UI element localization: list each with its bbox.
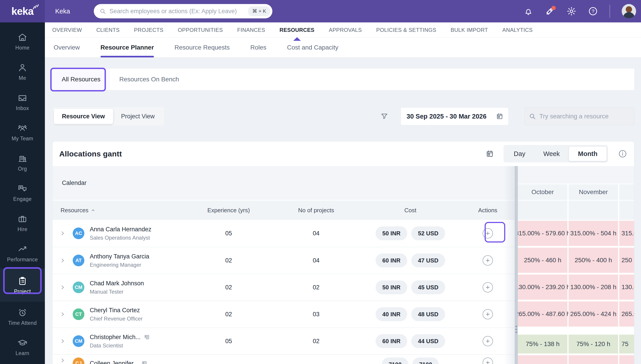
resource-role: Sales Operations Analyst: [90, 235, 151, 241]
allocation-cell[interactable]: 315.00% - 579.60 h: [518, 221, 567, 246]
sidebar-item-org[interactable]: Org: [0, 148, 45, 178]
cost-usd-pill: 52 USD: [411, 226, 445, 240]
allocation-cell[interactable]: 315.00% - 504 h: [568, 221, 618, 246]
scale-month-button[interactable]: Month: [569, 146, 607, 161]
tab-projects[interactable]: PROJECTS: [134, 22, 163, 38]
keka-logo[interactable]: keka: [0, 0, 45, 22]
resource-search[interactable]: [524, 107, 634, 125]
subtab-overview[interactable]: Overview: [54, 38, 80, 58]
settings-gear-icon[interactable]: [566, 6, 576, 16]
tab-policies-settings[interactable]: POLICIES & SETTINGS: [376, 22, 436, 38]
allocation-cell[interactable]: 75% - 138 h: [518, 335, 567, 354]
time-attend-icon: [17, 308, 28, 318]
add-allocation-button[interactable]: [483, 358, 493, 364]
whats-new-rocket-icon[interactable]: [545, 6, 555, 16]
resource-name[interactable]: Christopher Mich...: [90, 334, 141, 341]
search-icon: [100, 8, 106, 14]
project-view-button[interactable]: Project View: [113, 109, 163, 124]
pane-resize-handle[interactable]: [515, 166, 518, 364]
notifications-bell-icon[interactable]: [523, 6, 533, 16]
allocation-cell[interactable]: 75: [619, 335, 634, 354]
expand-row-chevron[interactable]: [53, 258, 73, 263]
allocation-cell[interactable]: 315.00: [619, 221, 634, 246]
filter-icon[interactable]: [380, 112, 388, 120]
keka-spark-icon: [32, 4, 39, 10]
add-allocation-button[interactable]: [483, 228, 493, 238]
allocation-cell[interactable]: [568, 355, 618, 364]
sort-up-icon: [91, 208, 96, 213]
tab-clients[interactable]: CLIENTS: [96, 22, 120, 38]
expand-row-chevron[interactable]: [53, 284, 73, 290]
allocation-cell[interactable]: 265.00% - 487.60 h: [518, 302, 567, 326]
sidebar-item-hire[interactable]: Hire: [0, 208, 45, 238]
subtab-roles[interactable]: Roles: [250, 38, 266, 58]
tab-overview[interactable]: OVERVIEW: [52, 22, 82, 38]
resource-view-button[interactable]: Resource View: [54, 109, 113, 124]
calendar-icon[interactable]: [486, 150, 494, 158]
allocation-cell[interactable]: 250% - 460 h: [518, 248, 567, 273]
controls-row: Resource View Project View 30 Sep 2025 -…: [52, 107, 634, 126]
allocation-cell[interactable]: 250: [619, 248, 634, 273]
tab-analytics[interactable]: ANALYTICS: [502, 22, 533, 38]
expand-row-chevron[interactable]: [53, 338, 73, 344]
sidebar-item-engage[interactable]: Engage: [0, 178, 45, 208]
help-icon[interactable]: ?: [588, 6, 598, 16]
allocation-cell[interactable]: [619, 355, 634, 364]
allocation-cell[interactable]: 130.00% - 239.20 h: [518, 274, 567, 300]
resource-name[interactable]: Anna Carla Hernandez: [90, 226, 151, 233]
avatar: CM: [73, 335, 84, 347]
experience-value: 02: [185, 311, 272, 318]
expand-row-chevron[interactable]: [53, 311, 73, 317]
user-avatar[interactable]: [622, 4, 636, 18]
allocation-cell[interactable]: 265.00% - 424 h: [568, 302, 618, 326]
tab-finances[interactable]: FINANCES: [237, 22, 265, 38]
allocation-cell[interactable]: 130.00% - 208 h: [568, 274, 618, 300]
sidebar: Home Me Inbox My Team Org Engage Hire Pe…: [0, 22, 45, 364]
cost-usd-pill: 44 USD: [411, 334, 445, 348]
tab-resources-on-bench[interactable]: Resources On Bench: [110, 68, 188, 90]
sidebar-item-me[interactable]: Me: [0, 57, 45, 87]
resource-search-input[interactable]: [539, 113, 629, 120]
resource-name[interactable]: Anthony Tanya Garcia: [90, 253, 149, 260]
global-search-input[interactable]: [110, 8, 248, 15]
projects-value: 02: [272, 284, 360, 291]
sidebar-item-project[interactable]: Project: [0, 268, 45, 302]
projects-value: 04: [272, 230, 360, 237]
scale-week-button[interactable]: Week: [534, 146, 569, 161]
allocation-cell[interactable]: 265.00: [619, 302, 634, 326]
tab-opportunities[interactable]: OPPORTUNITIES: [178, 22, 223, 38]
add-allocation-button[interactable]: [483, 282, 493, 292]
table-row: AC Anna Carla Hernandez Sales Operations…: [53, 220, 515, 247]
scale-day-button[interactable]: Day: [505, 146, 534, 161]
allocation-cell[interactable]: 75% - 120 h: [568, 335, 618, 354]
allocation-cell[interactable]: 130.00: [619, 274, 634, 300]
header-actions: Actions: [461, 207, 515, 214]
resource-name[interactable]: Cheryl Tina Cortez: [90, 307, 140, 314]
add-allocation-button[interactable]: [483, 309, 493, 320]
sidebar-item-my-team[interactable]: My Team: [0, 117, 45, 148]
resource-name[interactable]: Colleen Jennifer...: [90, 360, 138, 364]
date-range-picker[interactable]: 30 Sep 2025 - 30 Mar 2026: [401, 107, 509, 125]
header-resources[interactable]: Resources: [53, 207, 185, 214]
tab-resources[interactable]: RESOURCES: [279, 22, 314, 38]
subtab-resource-planner[interactable]: Resource Planner: [101, 38, 154, 58]
resource-name[interactable]: Chad Mark Johnson: [90, 280, 144, 287]
add-allocation-button[interactable]: [483, 336, 493, 346]
tab-bulk-import[interactable]: BULK IMPORT: [451, 22, 488, 38]
global-search[interactable]: ⌘ + K: [94, 4, 272, 18]
sidebar-item-home[interactable]: Home: [0, 26, 45, 57]
info-icon[interactable]: [618, 149, 627, 158]
sidebar-item-time-attend[interactable]: Time Attend: [0, 302, 45, 332]
allocation-cell[interactable]: 250% - 400 h: [568, 248, 618, 273]
tab-approvals[interactable]: APPROVALS: [329, 22, 362, 38]
expand-row-chevron[interactable]: [53, 230, 73, 236]
allocation-cell[interactable]: [518, 355, 567, 364]
expand-row-chevron[interactable]: [53, 358, 73, 363]
tab-all-resources[interactable]: All Resources: [52, 68, 110, 90]
sidebar-item-performance[interactable]: Performance: [0, 238, 45, 268]
sidebar-item-learn[interactable]: Learn: [0, 332, 45, 362]
subtab-resource-requests[interactable]: Resource Requests: [175, 38, 230, 58]
add-allocation-button[interactable]: [483, 255, 493, 266]
card-title: Allocations gantt: [59, 150, 122, 158]
sidebar-item-inbox[interactable]: Inbox: [0, 87, 45, 117]
